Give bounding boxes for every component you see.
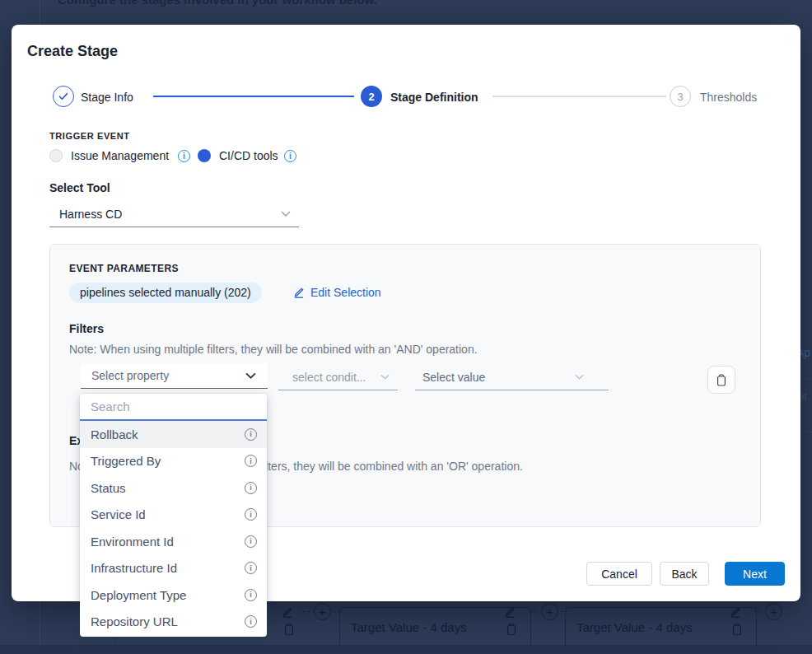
modal-title: Create Stage [27,43,118,60]
dropdown-search-wrap [80,394,267,421]
info-icon[interactable]: i [245,589,257,601]
tool-select-value: Harness CD [59,208,122,221]
dropdown-option-status[interactable]: Status i [80,474,267,502]
condition-select-placeholder: select condit... [292,371,366,384]
dropdown-option-infrastructure-id[interactable]: Infrastructure Id i [80,555,267,582]
filters-note: Note: When using multiple filters, they … [69,343,478,356]
dropdown-option-service-id[interactable]: Service Id i [80,502,267,529]
value-select-placeholder: Select value [422,371,485,384]
edit-selection-link[interactable]: Edit Selection [293,286,381,299]
dropdown-option-deployment-type[interactable]: Deployment Type i [80,582,267,609]
chevron-down-icon [575,374,584,380]
bg-stage-card-label: Target Value - 4 days [576,620,693,634]
bg-connector-dash [754,611,761,612]
trigger-event-label: TRIGGER EVENT [49,131,130,141]
edit-pencil-icon [293,287,305,298]
step-stage-definition-label[interactable]: Stage Definition [390,91,478,104]
next-button[interactable]: Next [725,562,785,586]
create-stage-modal: Create Stage Stage Info 2 Stage Definiti… [12,25,800,601]
dropdown-search-input[interactable] [80,394,267,419]
bg-right-dashed-divider [799,432,812,432]
bg-edit-icon [730,605,741,619]
bg-edit-icon [504,605,516,619]
info-icon[interactable]: i [245,562,257,574]
check-icon [58,92,68,100]
step-thresholds-indicator[interactable]: 3 [670,86,691,107]
step-stage-info-label[interactable]: Stage Info [81,91,133,104]
radio-cicd-tools-label[interactable]: CI/CD tools [219,149,278,162]
option-label: Service Id [91,507,146,521]
screen: Configure the stages involved in your wo… [0,0,812,654]
step-stage-definition-indicator[interactable]: 2 [361,86,382,107]
property-dropdown-popup: Rollback i Triggered By i Status i Servi… [80,394,267,637]
select-tool-label: Select Tool [49,181,110,194]
option-label: Status [91,481,126,495]
bg-add-stage-button: + [314,603,331,620]
option-label: Rollback [91,427,138,441]
bg-delete-icon [506,623,517,636]
delete-filter-button[interactable] [707,366,735,394]
bg-bottom-strip [0,645,812,654]
option-label: Deployment Type [91,588,186,602]
step-stage-info-indicator[interactable] [53,86,74,107]
chevron-down-icon [281,211,291,217]
option-label: Environment Id [91,535,174,549]
chevron-down-icon [245,372,256,379]
trash-icon [716,374,727,386]
bg-connector-dash [530,611,537,612]
info-icon[interactable]: i [245,508,257,521]
bg-edit-icon [282,605,293,619]
condition-select[interactable]: select condit... [278,365,398,390]
dropdown-option-rollback[interactable]: Rollback i [80,421,267,448]
info-icon[interactable]: i [284,150,296,162]
dropdown-option-environment-id[interactable]: Environment Id i [80,528,267,555]
bg-right-divider [800,378,812,379]
radio-issue-management-label[interactable]: Issue Management [71,149,169,162]
info-icon[interactable]: i [245,428,257,441]
bg-add-stage-button: + [765,603,782,620]
property-select[interactable]: Select property [81,363,268,389]
back-button[interactable]: Back [660,562,709,586]
stepper-connector-active [153,96,354,97]
pipelines-selected-pill: pipelines selected manually (202) [69,283,262,303]
info-icon[interactable]: i [245,482,257,494]
filters-heading: Filters [69,322,104,335]
bg-connector-dash [303,611,310,612]
info-icon[interactable]: i [178,150,190,162]
radio-cicd-tools[interactable] [198,149,211,162]
dropdown-option-triggered-by[interactable]: Triggered By i [80,448,267,475]
dropdown-option-repository-url[interactable]: Repository URL i [80,609,267,636]
tool-select[interactable]: Harness CD [49,201,299,227]
option-label: Triggered By [91,454,161,468]
info-icon[interactable]: i [245,615,257,628]
property-select-placeholder: Select property [91,369,169,382]
bg-stage-card-label: Target Value - 4 days [351,620,467,634]
background-page-subtitle: Configure the stages involved in your wo… [58,0,377,7]
edit-selection-label: Edit Selection [310,286,381,299]
bg-delete-icon [283,623,295,636]
chevron-down-icon [380,374,390,380]
cancel-button[interactable]: Cancel [586,562,652,586]
info-icon[interactable]: i [245,455,257,467]
bg-add-stage-button: + [541,603,558,620]
bg-delete-icon [731,623,743,636]
option-label: Repository URL [91,614,178,628]
info-icon[interactable]: i [245,535,257,548]
radio-issue-management[interactable] [49,149,63,162]
value-select[interactable]: Select value [415,365,609,390]
option-label: Infrastructure Id [91,561,177,575]
stepper-connector-upcoming [492,96,666,97]
step-thresholds-label[interactable]: Thresholds [700,91,757,104]
event-parameters-heading: EVENT PARAMETERS [69,263,179,274]
